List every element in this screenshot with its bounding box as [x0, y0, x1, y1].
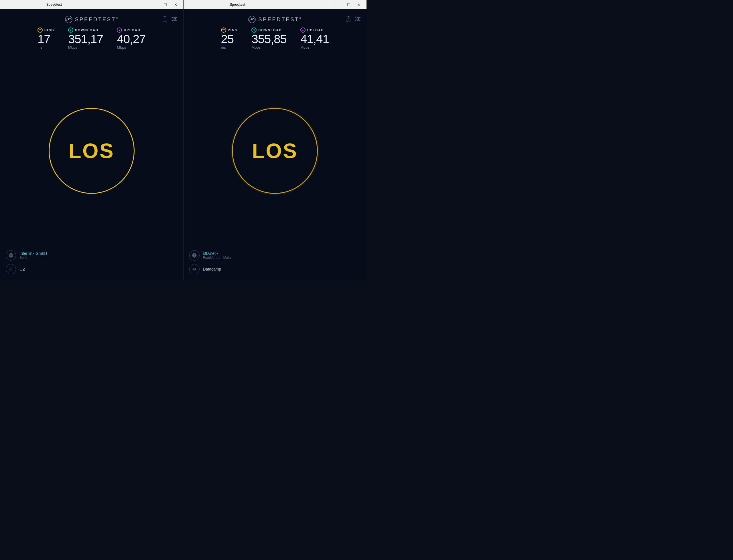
left-server-row: Inter.link GmbH › Berlin — [6, 250, 178, 261]
left-window-controls: — ☐ ✕ — [150, 1, 181, 9]
right-speedometer-icon — [247, 15, 257, 24]
right-go-text: LOS — [252, 139, 298, 163]
right-bottom-info: i3D.net › Frankfurt am Main — [189, 247, 361, 277]
left-window-title: Speedtest — [46, 3, 62, 7]
left-app-content: SPEEDTEST® — [0, 9, 183, 280]
left-header-icons — [162, 16, 178, 23]
right-ping-stat: PING 25 ms — [214, 27, 245, 50]
svg-point-8 — [173, 20, 174, 21]
left-go-button[interactable]: LOS — [49, 108, 135, 194]
left-speedometer-icon — [64, 15, 73, 24]
svg-point-2 — [68, 19, 69, 20]
right-maximize-button[interactable]: ☐ — [344, 1, 354, 9]
right-stats-row: PING 25 ms ▼ DOWNLOAD 355,85 Mbps — [189, 27, 361, 50]
right-ping-unit: ms — [221, 45, 226, 50]
right-app-header: SPEEDTEST® — [189, 15, 361, 24]
right-ping-value: 25 — [221, 33, 234, 45]
right-speedtest-logo: SPEEDTEST® — [247, 15, 302, 24]
right-ping-icon — [221, 27, 226, 33]
svg-point-9 — [40, 30, 40, 30]
left-upload-stat: ▲ UPLOAD 40,27 Mbps — [110, 27, 152, 50]
right-app-content: SPEEDTEST® — [184, 9, 367, 280]
right-isp-icon — [189, 264, 200, 274]
right-logo-text: SPEEDTEST® — [258, 17, 302, 23]
right-server-chevron: › — [217, 251, 218, 255]
right-close-button[interactable]: ✕ — [354, 1, 364, 9]
left-stats-row: PING 17 ms ▼ DOWNLOAD 351,17 Mbps — [6, 27, 178, 50]
left-go-text: LOS — [69, 139, 115, 163]
svg-point-25 — [356, 17, 357, 18]
right-download-icon: ▼ — [251, 27, 257, 33]
left-upload-icon: ▲ — [117, 27, 122, 33]
left-upload-label: UPLOAD — [124, 28, 140, 32]
right-server-name[interactable]: i3D.net › — [203, 251, 231, 256]
right-settings-icon[interactable] — [354, 17, 361, 22]
left-server-chevron: › — [48, 251, 49, 255]
right-window-pane: Speedtest — ☐ ✕ SPEEDTEST — [184, 0, 367, 280]
right-window-title: Speedtest — [230, 3, 245, 7]
left-titlebar: Speedtest — ☐ ✕ — [0, 0, 183, 9]
left-minimize-button[interactable]: — — [150, 1, 160, 9]
left-ping-value: 17 — [38, 33, 50, 45]
left-app-header: SPEEDTEST® — [6, 15, 178, 24]
svg-point-28 — [223, 30, 224, 30]
left-circle-container: LOS — [6, 54, 178, 247]
left-window-pane: Speedtest — ☐ ✕ — [0, 0, 184, 280]
right-header-icons — [345, 16, 361, 23]
right-titlebar: Speedtest — ☐ ✕ — [184, 0, 367, 9]
right-server-info: i3D.net › Frankfurt am Main — [203, 251, 231, 260]
right-server-row: i3D.net › Frankfurt am Main — [189, 250, 361, 261]
left-ping-stat: PING 17 ms — [31, 27, 61, 50]
right-download-label: DOWNLOAD — [258, 28, 282, 32]
right-circle-container: LOS — [189, 54, 361, 247]
right-minimize-button[interactable]: — — [333, 1, 344, 9]
svg-point-21 — [251, 19, 253, 20]
left-maximize-button[interactable]: ☐ — [160, 1, 170, 9]
left-logo-text: SPEEDTEST® — [75, 17, 119, 23]
left-upload-unit: Mbps — [117, 45, 126, 50]
left-server-name[interactable]: Inter.link GmbH › — [19, 251, 49, 256]
left-download-stat: ▼ DOWNLOAD 351,17 Mbps — [61, 27, 110, 50]
left-bottom-info: Inter.link GmbH › Berlin — [6, 247, 178, 277]
right-isp-name: Datacamp — [203, 267, 221, 271]
right-ping-label: PING — [228, 28, 238, 32]
right-download-value: 355,85 — [251, 33, 286, 45]
right-globe-icon — [189, 250, 200, 261]
right-upload-label: UPLOAD — [307, 28, 324, 32]
left-download-unit: Mbps — [68, 45, 77, 50]
left-ping-unit: ms — [38, 45, 42, 50]
right-isp-row: Datacamp — [189, 264, 361, 274]
left-server-location: Berlin — [19, 256, 49, 260]
left-download-label: DOWNLOAD — [75, 28, 98, 32]
right-window-controls: — ☐ ✕ — [333, 1, 364, 9]
right-go-button[interactable]: LOS — [232, 108, 318, 194]
left-settings-icon[interactable] — [171, 17, 178, 22]
left-isp-name: O2 — [19, 267, 25, 271]
left-ping-label: PING — [44, 28, 54, 32]
left-globe-icon — [6, 250, 16, 261]
right-download-stat: ▼ DOWNLOAD 355,85 Mbps — [245, 27, 293, 50]
left-isp-row: O2 — [6, 264, 178, 274]
right-server-location: Frankfurt am Main — [203, 256, 231, 260]
left-server-info: Inter.link GmbH › Berlin — [19, 251, 49, 260]
left-download-icon: ▼ — [68, 27, 73, 33]
left-download-value: 351,17 — [68, 33, 103, 45]
svg-point-7 — [175, 18, 176, 19]
svg-point-16 — [11, 269, 11, 270]
left-speedtest-logo: SPEEDTEST® — [64, 15, 119, 24]
svg-point-27 — [356, 20, 357, 21]
right-share-icon[interactable] — [345, 16, 351, 23]
svg-point-6 — [173, 17, 174, 18]
left-upload-value: 40,27 — [117, 33, 145, 45]
left-share-icon[interactable] — [162, 16, 168, 23]
right-upload-unit: Mbps — [300, 45, 310, 50]
right-download-unit: Mbps — [251, 45, 261, 50]
windows-container: Speedtest — ☐ ✕ — [0, 0, 367, 280]
svg-point-35 — [194, 269, 195, 270]
svg-point-26 — [358, 18, 359, 19]
left-close-button[interactable]: ✕ — [170, 1, 181, 9]
left-ping-icon — [38, 27, 43, 33]
right-upload-value: 41,41 — [300, 33, 329, 45]
right-upload-icon: ▲ — [300, 27, 306, 33]
right-upload-stat: ▲ UPLOAD 41,41 Mbps — [293, 27, 336, 50]
